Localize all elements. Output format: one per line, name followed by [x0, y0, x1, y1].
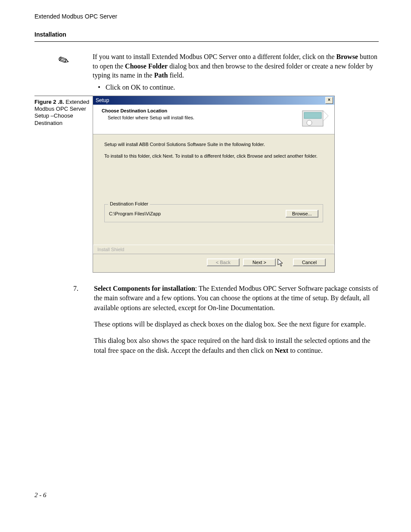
close-button[interactable]: ×: [325, 97, 333, 104]
step-p1-lead: Select Components for installation: [94, 285, 195, 292]
note-bold-path: Path: [154, 72, 168, 79]
destination-path: C:\Program Files\ViZapp: [109, 211, 161, 216]
browse-button[interactable]: Browse...: [286, 210, 318, 218]
note-bold-browse: Browse: [336, 53, 358, 60]
next-button[interactable]: Next >: [243, 258, 276, 266]
section-label: Installation: [34, 31, 379, 38]
titlebar: Setup ×: [93, 96, 334, 105]
figure-row: Figure 2 .8. Extended Modbus OPC Server …: [34, 96, 379, 273]
note-text: If you want to install Extended Modbus O…: [93, 52, 379, 80]
page-number: 2 - 6: [34, 492, 379, 499]
destination-folder-group: Destination Folder C:\Program Files\ViZa…: [104, 204, 323, 222]
step-p1: Select Components for installation: The …: [94, 284, 379, 313]
dialog-header: Choose Destination Location Select folde…: [93, 105, 334, 134]
step-p3-bold: Next: [274, 347, 288, 354]
note-block: ✎ If you want to install Extended Modbus…: [34, 52, 379, 80]
svg-point-2: [307, 120, 312, 125]
step-p2: These options will be displayed as check…: [94, 320, 379, 329]
dialog-body-text-2: To install to this folder, click Next. T…: [104, 153, 323, 159]
installer-graphic-icon: [302, 108, 329, 129]
cancel-button[interactable]: Cancel: [293, 258, 326, 266]
step-7: 7. Select Components for installation: T…: [34, 284, 379, 362]
figure-caption: Figure 2 .8. Extended Modbus OPC Server …: [34, 96, 93, 273]
cursor-icon: [277, 258, 284, 267]
dialog-title: Setup: [96, 97, 109, 103]
dialog-heading: Choose Destination Location: [102, 108, 194, 113]
step-p3-post: to continue.: [288, 347, 323, 354]
back-button[interactable]: < Back: [207, 258, 240, 266]
doc-header: Extended Modbus OPC Server: [34, 13, 379, 20]
setup-dialog: Setup × Choose Destination Location Sele…: [93, 96, 335, 273]
figure-number: Figure 2 .8.: [34, 99, 64, 105]
destination-folder-legend: Destination Folder: [108, 201, 150, 206]
header-rule: [34, 41, 379, 42]
bullet-row: • Click on OK to continue.: [93, 84, 379, 91]
dialog-subheading: Select folder where Setup will install f…: [108, 115, 194, 120]
pencil-icon: ✎: [56, 51, 72, 69]
note-end: field.: [168, 72, 184, 79]
dialog-body-text-1: Setup will install ABB Control Solutions…: [104, 141, 323, 148]
step-p3: This dialog box also shows the space req…: [94, 336, 379, 355]
bullet-dot: •: [93, 84, 106, 91]
note-text-pre: If you want to install Extended Modbus O…: [93, 53, 336, 60]
bullet-text: Click on OK to continue.: [106, 84, 379, 91]
install-shield-label: Install Shield: [93, 245, 334, 254]
dialog-body: Setup will install ABB Control Solutions…: [93, 134, 334, 245]
note-bold-choose-folder: Choose Folder: [125, 62, 168, 70]
step-number: 7.: [34, 284, 94, 362]
dialog-button-bar: < Back Next > Cancel: [93, 254, 334, 272]
svg-rect-1: [304, 112, 321, 118]
step-p3-pre: This dialog box also shows the space req…: [94, 337, 371, 354]
